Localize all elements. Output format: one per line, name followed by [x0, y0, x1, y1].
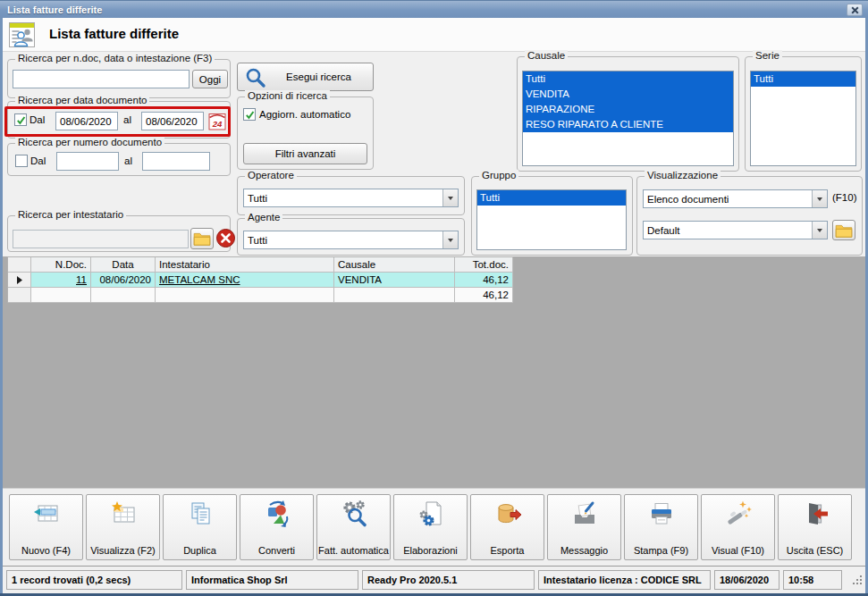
grid-header-row: N.Doc. Data Intestatario Causale Tot.doc… — [8, 257, 513, 273]
holder-clear-button[interactable] — [215, 228, 236, 248]
group-visualizzazione: Visualizzazione Elenco documenti (F10) D… — [636, 176, 863, 256]
doc-search-input[interactable] — [13, 70, 190, 88]
total-cell: 46,12 — [455, 273, 513, 288]
execute-search-button[interactable]: Esegui ricerca — [237, 63, 374, 91]
list-item[interactable]: Tutti — [751, 71, 855, 87]
advanced-filters-button[interactable]: Filtri avanzati — [243, 143, 367, 164]
export-button[interactable]: Esporta — [470, 494, 544, 560]
holder-search-input[interactable] — [13, 230, 189, 248]
elaborations-button[interactable]: Elaborazioni — [393, 494, 468, 560]
number-to-label: al — [124, 155, 132, 166]
group-causale: Causale Tutti VENDITA RIPARAZIONE RESO R… — [517, 56, 739, 172]
new-button[interactable]: Nuovo (F4) — [9, 494, 83, 560]
group-label: Visualizzazione — [645, 170, 721, 180]
list-item[interactable]: RIPARAZIONE — [523, 102, 733, 117]
chevron-down-icon[interactable] — [442, 189, 458, 206]
gruppo-listbox[interactable]: Tutti — [476, 189, 627, 250]
causale-listbox[interactable]: Tutti VENDITA RIPARAZIONE RESO RIPARATO … — [522, 71, 734, 166]
status-date: 18/06/2020 — [714, 570, 780, 590]
elaborations-icon — [417, 499, 445, 528]
statusbar: 1 record trovati (0,2 secs) Informatica … — [3, 566, 865, 593]
folder-icon — [835, 223, 853, 238]
column-header[interactable]: Data — [91, 257, 156, 273]
folder-icon — [193, 231, 211, 246]
invoice-list-icon — [8, 21, 37, 49]
row-selector — [8, 288, 31, 303]
page-header: Lista fatture differite — [3, 18, 865, 52]
status-version: Ready Pro 2020.5.1 — [362, 570, 535, 590]
results-grid: N.Doc. Data Intestatario Causale Tot.doc… — [7, 256, 513, 303]
table-row[interactable]: 11 08/06/2020 METALCAM SNC VENDITA 46,12 — [8, 273, 513, 288]
close-button[interactable] — [847, 4, 863, 16]
agente-select[interactable]: Tutti — [243, 231, 459, 249]
layout-folder-button[interactable] — [832, 220, 855, 240]
date-filter-checkbox[interactable] — [14, 113, 27, 126]
date-to-label: al — [123, 114, 131, 125]
list-item[interactable]: Tutti — [523, 71, 733, 87]
app-window: Lista fatture differite Lista fatture di… — [0, 0, 868, 596]
auto-invoice-button[interactable]: Fatt. automatica — [316, 494, 391, 560]
number-to-input[interactable] — [142, 152, 210, 171]
group-serie: Serie Tutti — [745, 56, 862, 172]
chevron-down-icon[interactable] — [812, 222, 827, 239]
number-filter-checkbox[interactable] — [15, 155, 28, 167]
holder-folder-button[interactable] — [190, 228, 214, 249]
calendar-button[interactable]: 24 — [208, 112, 226, 134]
date-from-label: Dal — [29, 114, 45, 125]
auto-invoice-icon — [340, 499, 368, 528]
clear-icon — [215, 228, 236, 248]
row-selector[interactable] — [8, 273, 31, 288]
group-label: Agente — [245, 212, 282, 222]
group-label: Ricerca per intestatario — [15, 209, 126, 220]
layout-select[interactable]: Default — [643, 221, 828, 239]
titlebar: Lista fatture differite — [0, 0, 868, 18]
view-select[interactable]: Elenco documenti — [643, 189, 828, 208]
column-header[interactable]: Causale — [334, 257, 455, 273]
print-button[interactable]: Stampa (F9) — [624, 494, 698, 560]
list-item[interactable]: Tutti — [477, 190, 626, 206]
number-from-input[interactable] — [56, 152, 119, 171]
duplicate-button[interactable]: Duplica — [163, 494, 237, 560]
serie-listbox[interactable]: Tutti — [750, 71, 856, 166]
resize-grip-icon[interactable] — [853, 575, 862, 584]
view-button[interactable]: Visualizza (F2) — [86, 494, 160, 560]
auto-update-label: Aggiorn. automatico — [259, 109, 350, 120]
number-from-label: Dal — [30, 155, 46, 166]
today-button[interactable]: Oggi — [192, 70, 228, 88]
results-grid-area: N.Doc. Data Intestatario Causale Tot.doc… — [3, 256, 865, 488]
checkmark-icon — [245, 110, 255, 120]
view-record-icon — [109, 499, 138, 528]
chevron-down-icon[interactable] — [812, 190, 827, 207]
status-license: Intestatario licenza : CODICE SRL — [538, 570, 711, 590]
svg-text:24: 24 — [212, 119, 223, 129]
group-label: Ricerca per numero documento — [15, 137, 164, 147]
operatore-select[interactable]: Tutti — [243, 189, 459, 207]
layout-value: Default — [644, 225, 812, 236]
doc-number-link[interactable]: 11 — [31, 273, 91, 288]
group-label: Ricerca per data documento — [15, 95, 149, 105]
message-button[interactable]: Messaggio — [547, 494, 621, 560]
column-header[interactable]: N.Doc. — [31, 257, 91, 273]
grid-selector-header — [8, 257, 31, 273]
page-title: Lista fatture differite — [49, 26, 179, 41]
checkmark-icon — [16, 115, 26, 125]
duplicate-icon — [186, 499, 215, 528]
print-icon — [647, 499, 676, 528]
chevron-down-icon[interactable] — [442, 231, 458, 248]
causale-cell: VENDITA — [334, 273, 455, 288]
visual-button[interactable]: Visual (F10) — [701, 494, 775, 560]
exit-button[interactable]: Uscita (ESC) — [778, 494, 852, 560]
list-item[interactable]: RESO RIPARATO A CLIENTE — [523, 117, 733, 132]
auto-update-checkbox[interactable] — [243, 108, 256, 121]
column-header[interactable]: Tot.doc. — [455, 257, 513, 273]
calendar-icon: 24 — [208, 112, 226, 130]
column-header[interactable]: Intestatario — [156, 257, 334, 273]
date-from-input[interactable] — [55, 112, 118, 130]
list-item[interactable]: VENDITA — [523, 87, 733, 102]
status-records: 1 record trovati (0,2 secs) — [6, 570, 182, 590]
date-to-input[interactable] — [141, 112, 204, 130]
magic-wand-icon — [724, 499, 753, 528]
convert-button[interactable]: Converti — [240, 494, 314, 560]
holder-link[interactable]: METALCAM SNC — [156, 273, 334, 288]
doc-date-cell: 08/06/2020 — [91, 273, 156, 288]
